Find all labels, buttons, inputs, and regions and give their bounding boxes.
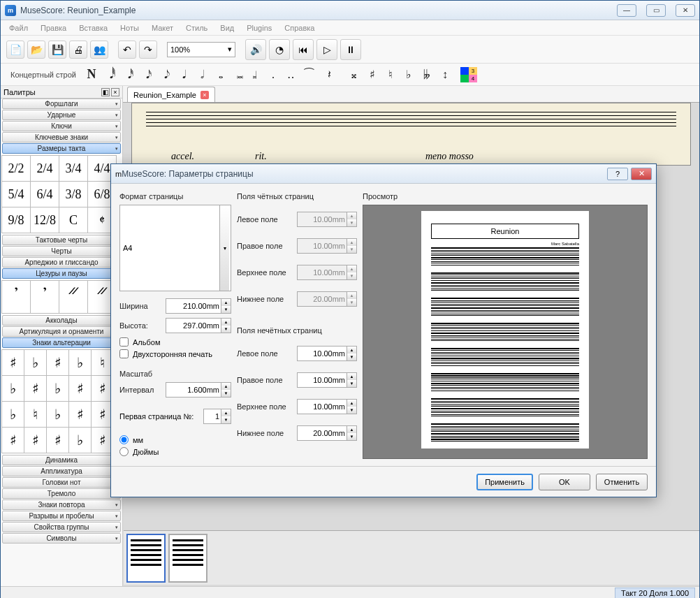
menu-notes[interactable]: Ноты — [115, 22, 145, 34]
palette-fingering[interactable]: Аппликатура▾ — [2, 466, 121, 476]
palette-breaths[interactable]: Цезуры и паузы▾ — [2, 268, 121, 279]
paper-size-select[interactable]: A4▾ — [119, 205, 231, 291]
metronome-button[interactable]: ◔ — [269, 39, 290, 60]
height-input[interactable]: 297.00mm▲▼ — [166, 318, 231, 333]
document-tab[interactable]: Reunion_Example × — [127, 87, 215, 102]
double-dot-button[interactable]: ‥ — [284, 66, 298, 83]
acc-cell[interactable]: ♮ — [24, 401, 47, 428]
acc-cell[interactable]: ♭ — [68, 349, 92, 376]
flip-button[interactable]: ↕ — [438, 66, 452, 83]
menu-plugins[interactable]: Plugins — [241, 22, 277, 34]
palette-clefs[interactable]: Ключи▾ — [2, 121, 121, 131]
palette-barlines[interactable]: Тактовые черты▾ — [2, 235, 121, 245]
acc-cell[interactable]: ♭ — [1, 401, 24, 428]
natural-button[interactable]: ♮ — [384, 66, 398, 83]
even-bottom-input[interactable]: 20.00mm▲▼ — [297, 291, 357, 307]
loop-button[interactable]: ⏸ — [340, 39, 361, 60]
note-longa[interactable]: 𝆷 — [248, 66, 262, 83]
timesig-cell[interactable]: 5/4 — [1, 181, 31, 207]
timesig-cell[interactable]: 2/2 — [1, 155, 31, 182]
page-thumbnail-1[interactable] — [126, 534, 166, 583]
zoom-select[interactable]: 100%▾ — [167, 42, 235, 57]
sound-button[interactable]: 🔊 — [245, 39, 266, 60]
open-file-button[interactable]: 📂 — [27, 41, 45, 59]
maximize-button[interactable]: ▭ — [646, 4, 666, 17]
timesig-cell[interactable]: 9/8 — [1, 207, 31, 233]
note-64[interactable]: 𝅘𝅥𝅱 — [103, 66, 117, 83]
page-thumbnail-2[interactable] — [168, 534, 207, 583]
undo-button[interactable]: ↶ — [118, 41, 136, 59]
palette-undock-icon[interactable]: ◧ — [101, 88, 110, 96]
odd-right-input[interactable]: 10.00mm▲▼ — [297, 372, 357, 388]
cancel-button[interactable]: Отменить — [596, 474, 648, 490]
palette-drums[interactable]: Ударные▾ — [2, 110, 121, 120]
acc-cell[interactable]: ♯ — [46, 427, 69, 453]
rewind-button[interactable]: ⏮ — [293, 39, 314, 60]
dialog-help-button[interactable]: ? — [607, 168, 628, 180]
even-left-input[interactable]: 10.00mm▲▼ — [297, 212, 357, 227]
score-canvas[interactable]: accel. rit. meno mosso — [131, 103, 691, 166]
concert-pitch-label[interactable]: Концертный строй — [6, 69, 80, 80]
note-input-button[interactable]: N — [85, 66, 99, 83]
palette-symbols[interactable]: Символы▾ — [2, 533, 121, 544]
palette-repeats[interactable]: Знаки повтора▾ — [2, 499, 121, 510]
palette-lines[interactable]: Черты▾ — [2, 246, 121, 256]
palette-grace[interactable]: Форшлаги▾ — [2, 99, 121, 109]
new-file-button[interactable]: 📄 — [6, 41, 24, 59]
voice-2[interactable] — [460, 75, 469, 82]
note-1[interactable]: 𝅝 — [212, 66, 226, 83]
note-32[interactable]: 𝅘𝅥𝅰 — [121, 66, 135, 83]
voice-3[interactable]: 3 — [469, 67, 477, 75]
palette-close-icon[interactable]: × — [111, 88, 119, 96]
palette-timesigs[interactable]: Размеры такта▾ — [2, 143, 121, 154]
timesig-cell[interactable]: 2/4 — [30, 155, 59, 182]
duplex-checkbox[interactable] — [119, 349, 129, 358]
landscape-checkbox[interactable] — [119, 337, 129, 347]
apply-button[interactable]: Применить — [476, 474, 533, 490]
palette-beam[interactable]: Свойства группы▾ — [2, 522, 121, 532]
dialog-close-button[interactable]: ✕ — [631, 168, 652, 180]
menu-layout[interactable]: Макет — [146, 22, 179, 34]
odd-bottom-input[interactable]: 20.00mm▲▼ — [297, 425, 357, 441]
timesig-cell[interactable]: 3/4 — [59, 155, 88, 182]
play-button[interactable]: ▷ — [316, 39, 337, 60]
flat-button[interactable]: ♭ — [402, 66, 416, 83]
breath-cell[interactable]: 𝄒 — [1, 280, 31, 314]
users-button[interactable]: 👥 — [90, 41, 108, 59]
acc-cell[interactable]: ♯ — [68, 401, 92, 428]
minimize-button[interactable]: — — [617, 4, 636, 17]
palette-noteheads[interactable]: Головки нот▾ — [2, 477, 121, 488]
even-top-input[interactable]: 10.00mm▲▼ — [297, 265, 357, 280]
odd-left-input[interactable]: 10.00mm▲▼ — [297, 346, 357, 361]
first-page-input[interactable]: 1▲▼ — [203, 409, 231, 424]
breath-cell[interactable]: 𝄓 — [59, 280, 88, 314]
note-2[interactable]: 𝅗𝅥 — [194, 66, 207, 83]
menu-help[interactable]: Справка — [279, 22, 320, 34]
note-16[interactable]: 𝅘𝅥𝅯 — [139, 66, 153, 83]
acc-cell[interactable]: ♯ — [24, 375, 47, 402]
double-flat-button[interactable]: 𝄫 — [420, 66, 434, 83]
menu-style[interactable]: Стиль — [180, 22, 213, 34]
note-breve[interactable]: 𝅜 — [230, 66, 244, 83]
acc-cell[interactable]: ♭ — [1, 375, 24, 402]
palette-brackets[interactable]: Акколады▾ — [2, 315, 121, 326]
palette-accidentals[interactable]: Знаки альтерации▾ — [2, 337, 121, 348]
note-4[interactable]: 𝅘𝅥 — [175, 66, 189, 83]
timesig-cell[interactable]: 6/4 — [30, 181, 59, 207]
even-right-input[interactable]: 10.00mm▲▼ — [297, 238, 357, 254]
menu-edit[interactable]: Правка — [35, 22, 72, 34]
voice-1[interactable] — [460, 67, 469, 75]
timesig-cell[interactable]: 12/8 — [30, 207, 59, 233]
interval-input[interactable]: 1.600mm▲▼ — [166, 382, 231, 398]
palette-articulation[interactable]: Артикуляция и орнаменти▾ — [2, 326, 121, 337]
menu-insert[interactable]: Вставка — [73, 22, 113, 34]
unit-mm-radio[interactable] — [119, 435, 129, 444]
ok-button[interactable]: OK — [539, 474, 590, 490]
redo-button[interactable]: ↷ — [139, 41, 157, 59]
menu-view[interactable]: Вид — [214, 22, 240, 34]
palette-arpeggio[interactable]: Арпеджио и глиссандо▾ — [2, 257, 121, 268]
sharp-button[interactable]: ♯ — [365, 66, 379, 83]
acc-cell[interactable]: ♯ — [46, 349, 69, 376]
acc-cell[interactable]: ♭ — [24, 349, 47, 376]
acc-cell[interactable]: ♭ — [46, 401, 69, 428]
